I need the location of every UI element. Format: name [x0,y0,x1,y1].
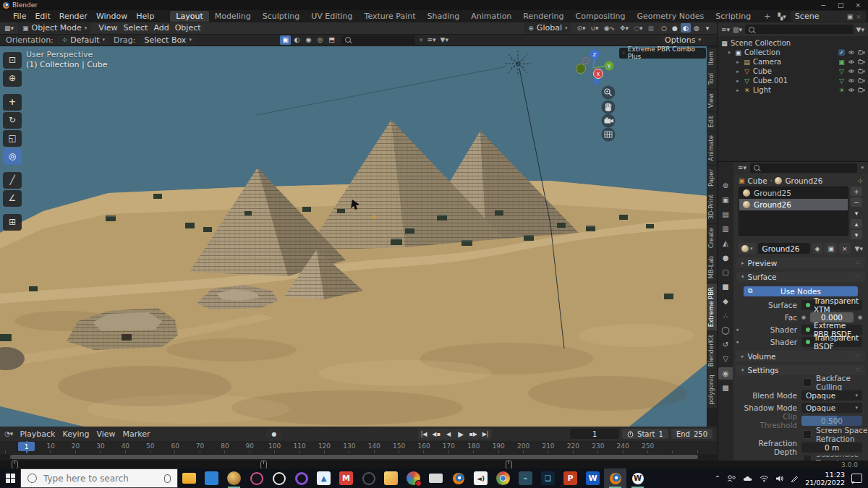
workspace-tab[interactable]: Shading [422,11,466,22]
particles-tab[interactable]: ∴ [718,309,733,322]
transform-tool[interactable]: ◎ [3,148,22,165]
sidebar-tab[interactable]: Item [707,48,717,69]
properties-options-icon[interactable]: ▾ [861,165,864,171]
constraints-tab[interactable]: ↺ [718,338,733,351]
use-nodes-button[interactable]: ⧉ Use Nodes [744,286,858,296]
fake-user-icon[interactable]: ◈ [812,243,823,254]
solid-shading-icon[interactable]: ● [670,23,680,33]
disabled-dropdown-icon[interactable]: ▾ [420,36,423,43]
badged-app-icon[interactable] [402,468,425,488]
object-data-tab[interactable]: ▽ [718,353,733,365]
onedrive-cloud-icon[interactable] [743,475,753,481]
sidebar-tab[interactable]: MB-Lab [707,252,717,283]
filter-sphere-icon[interactable]: ◐ [292,35,302,45]
render-visibility-icon[interactable] [858,87,865,93]
sidebar-tab[interactable]: Animate [707,132,717,165]
viewport-menu-item[interactable]: View [95,23,120,33]
move-slot-up-button[interactable]: ▴ [851,219,862,228]
outliner-row-camera[interactable]: ▸▤ Camera▣ [720,57,868,67]
close-button[interactable]: × [855,1,861,9]
menu-item[interactable]: Edit [30,12,54,21]
surface-panel-header[interactable]: ▾Surface∷ [736,272,865,282]
wireframe-shading-icon[interactable]: ○ [659,23,669,33]
pink-ring-app-icon[interactable] [245,468,268,488]
scene-tab[interactable]: ◭ [718,237,733,249]
preview-panel-header[interactable]: ▸Preview∷ [736,257,865,267]
blender-icon[interactable] [447,468,469,488]
workspace-tab[interactable]: Sculpting [257,11,305,22]
render-visibility-icon[interactable] [858,78,865,83]
outliner-filter-icon[interactable]: ▼▾ [856,26,864,33]
material-name-field[interactable]: Ground26 [758,243,810,254]
minimize-button[interactable]: − [820,1,826,9]
workspace-tab[interactable]: Texture Paint [359,11,422,22]
physics-tab[interactable]: ◯ [718,324,733,336]
render-visibility-icon[interactable] [858,59,865,64]
powerpoint-icon[interactable]: P [559,468,582,488]
scrollbar-thumb[interactable] [10,455,698,459]
breadcrumb-object[interactable]: Cube [748,176,767,185]
photos-app-icon[interactable] [380,468,402,488]
sidebar-tab[interactable]: Tool [707,69,717,89]
modifiers-tab[interactable]: ◆ [718,295,733,307]
chrome-icon[interactable] [492,468,514,488]
gray-app-icon[interactable] [425,468,447,488]
pen-icon[interactable] [791,474,799,482]
orientation-setting-dropdown[interactable]: ⊹Default▾ [58,35,109,46]
blender-active-icon[interactable] [604,468,626,488]
tray-chevron-icon[interactable]: ⌃ [715,474,720,482]
unlink-material-icon[interactable]: × [839,243,851,254]
start-button[interactable] [0,468,20,488]
maximize-button[interactable]: □ [838,1,844,9]
material-filter-icon[interactable]: ▼▾ [855,245,863,252]
hide-eye-icon[interactable] [848,69,855,74]
rendered-shading-icon[interactable]: ◍ [692,23,702,33]
shader2-field[interactable]: Transparent BSDF [801,337,862,347]
timeline-menu-item[interactable]: Keying [60,429,91,439]
new-scene-icon[interactable]: ▣ [847,13,854,20]
snap-toggle[interactable]: ∪▾ [591,25,599,32]
people-icon[interactable] [727,474,736,482]
add-slot-button[interactable]: + [851,187,862,196]
overlays-dropdown[interactable]: ◌▾ [634,25,642,32]
output-tab[interactable]: ▤ [718,208,733,221]
taskbar-search[interactable] [20,468,178,488]
world-tab[interactable]: ● [718,252,733,264]
play-reverse-button[interactable]: ◀ [443,429,455,440]
wacom-icon[interactable]: W [626,468,649,488]
sidebar-tab[interactable]: Extreme PBR [707,283,717,330]
workspace-tab[interactable]: Compositing [570,11,631,22]
pivot-point-dropdown[interactable]: ⊙▾ [576,25,585,32]
workspace-tab[interactable]: Layout [170,11,208,22]
play-button[interactable]: ▶ [455,429,467,440]
extreme-pbr-panel-header[interactable]: › Extreme PBR Combo Plus [619,48,706,59]
clip-threshold-slider[interactable]: 0.500 [801,416,862,426]
wifi-icon[interactable] [760,475,769,482]
dark-ring-app-icon[interactable] [357,468,380,488]
menu-item[interactable]: File [9,12,30,21]
outliner-row-collection[interactable]: ▾ ▣ Collection ✓ [720,48,868,57]
timeline-scrollbar[interactable] [0,454,717,461]
timeline-ruler[interactable]: 1020304050607080901001101201301401501601… [0,441,717,453]
notification-center-icon[interactable] [851,474,862,483]
transform-orientation-dropdown[interactable]: ⊕ Global ▾ [524,22,571,33]
outliner-row-light[interactable]: ▸☀ Light☀ [720,85,868,95]
prev-keyframe-button[interactable]: ◀▪ [430,429,443,440]
playhead[interactable]: 1 [18,442,35,451]
sidebar-tab[interactable]: BlenderKit [707,331,717,370]
breadcrumb-material[interactable]: Ground26 [785,176,822,185]
menu-item[interactable]: Help [132,12,158,21]
view-layer-tab[interactable]: ▥ [718,223,733,235]
add-workspace-button[interactable]: + [758,11,776,22]
sidebar-tab[interactable]: polygoniq [707,371,717,408]
outliner-display-mode-icon[interactable]: ≡▾ [721,26,730,33]
Ground26[interactable]: Ground26 [739,199,848,210]
hide-eye-icon[interactable] [848,50,855,55]
render-tab[interactable]: ▣ [718,194,733,206]
sidebar-tab[interactable]: Edit [707,112,717,131]
timeline-menu-item[interactable]: View [94,429,117,439]
filter-solid-icon[interactable]: ▣ [280,35,291,45]
mode-selector[interactable]: ▣ Object Mode ▾ [18,22,91,33]
collapse-icon[interactable]: ▾ [726,50,732,56]
viewport-menu-item[interactable]: Object [172,23,204,33]
